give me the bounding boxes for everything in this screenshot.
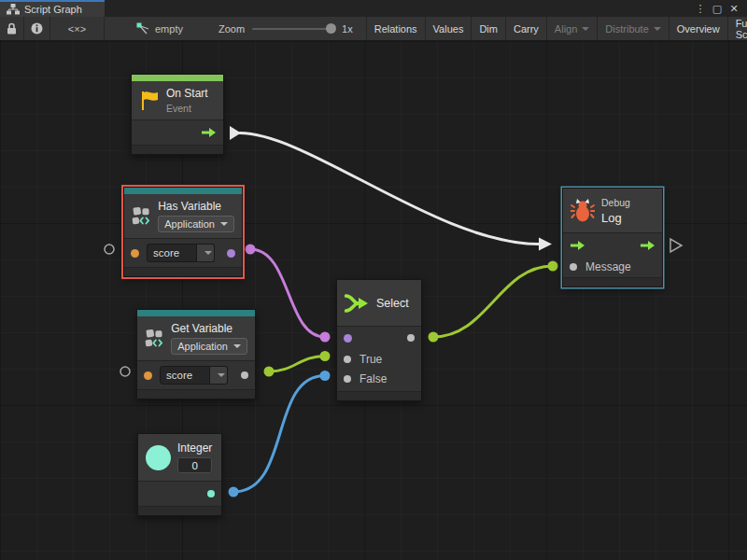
fullscreen-button[interactable]: Full Screen bbox=[728, 17, 747, 40]
value-input-port[interactable] bbox=[131, 249, 139, 258]
flag-icon bbox=[139, 90, 160, 112]
tab-script-graph[interactable]: Script Graph bbox=[0, 0, 105, 17]
flow-input-port[interactable] bbox=[570, 240, 585, 251]
dim-label: Dim bbox=[479, 23, 498, 35]
node-title: Log bbox=[601, 211, 630, 225]
value-input-port[interactable] bbox=[144, 371, 152, 380]
close-icon[interactable]: ✕ bbox=[726, 1, 741, 16]
scope-dropdown[interactable]: Application bbox=[171, 338, 247, 355]
info-icon bbox=[31, 22, 43, 35]
menu-kebab-icon[interactable]: ⋮ bbox=[693, 1, 708, 16]
node-title: Select bbox=[376, 297, 409, 310]
unconnected-port-ring[interactable] bbox=[120, 367, 130, 376]
wire-hasvariable-to-select[interactable] bbox=[250, 249, 325, 337]
node-header: Has Variable Application bbox=[124, 194, 242, 239]
distribute-button[interactable]: Distribute bbox=[598, 17, 669, 40]
variable-name-dropdown-button[interactable] bbox=[197, 244, 215, 262]
script-graph-window: Script Graph ⋮ ▢ ✕ <×> bbox=[0, 0, 747, 560]
node-get-variable[interactable]: Get Variable Application score bbox=[136, 309, 256, 399]
window-controls: ⋮ ▢ ✕ bbox=[693, 0, 747, 17]
tab-label: Script Graph bbox=[24, 4, 82, 15]
flow-output-port[interactable] bbox=[201, 127, 217, 138]
zoom-control: Zoom 1x bbox=[218, 17, 353, 40]
chevron-down-icon bbox=[233, 344, 241, 348]
zoom-value: 1x bbox=[342, 23, 353, 35]
variable-name-input[interactable]: score bbox=[160, 366, 210, 385]
variable-name-dropdown-button[interactable] bbox=[210, 366, 228, 385]
scope-dropdown[interactable]: Application bbox=[158, 216, 234, 232]
wire-onstart-to-log[interactable] bbox=[240, 133, 539, 245]
lock-button[interactable] bbox=[0, 17, 24, 40]
info-button[interactable] bbox=[24, 17, 50, 40]
align-button[interactable]: Align bbox=[547, 17, 598, 40]
node-integer[interactable]: Integer 0 bbox=[137, 433, 222, 516]
variables-icon bbox=[132, 205, 151, 228]
zoom-slider[interactable] bbox=[252, 28, 334, 30]
connection-label: empty bbox=[155, 23, 183, 35]
graph-canvas[interactable]: On Start Event bbox=[0, 41, 747, 560]
false-input-port[interactable] bbox=[344, 375, 351, 383]
node-port-row: False bbox=[337, 369, 421, 388]
select-merge-icon bbox=[345, 293, 370, 314]
node-header: Select bbox=[337, 280, 421, 327]
integer-value-input[interactable]: 0 bbox=[177, 457, 212, 473]
bool-output-port[interactable] bbox=[227, 249, 235, 258]
node-header: Integer 0 bbox=[138, 434, 221, 482]
maximize-icon[interactable]: ▢ bbox=[710, 1, 725, 16]
node-has-variable[interactable]: Has Variable Application score bbox=[123, 187, 243, 277]
carry-button[interactable]: Carry bbox=[506, 17, 547, 40]
dim-button[interactable]: Dim bbox=[472, 17, 506, 40]
zoom-slider-knob[interactable] bbox=[326, 23, 336, 34]
relations-button[interactable]: Relations bbox=[366, 17, 426, 40]
unconnected-flow-triangle[interactable] bbox=[670, 239, 682, 252]
condition-input-port[interactable] bbox=[344, 334, 352, 343]
unconnected-port-ring[interactable] bbox=[105, 245, 114, 254]
chevron-down-icon bbox=[218, 373, 225, 377]
node-port-row bbox=[132, 120, 223, 145]
lock-icon bbox=[7, 22, 17, 35]
values-button[interactable]: Values bbox=[426, 17, 472, 40]
wire-endpoint[interactable] bbox=[320, 371, 331, 381]
title-bar: Script Graph ⋮ ▢ ✕ bbox=[0, 0, 747, 17]
true-port-label: True bbox=[359, 353, 382, 366]
node-header: On Start Event bbox=[132, 81, 223, 120]
value-output-port[interactable] bbox=[241, 371, 248, 379]
connection-indicator: empty bbox=[127, 17, 192, 40]
code-view-button[interactable]: <×> bbox=[50, 17, 105, 40]
code-icon: <×> bbox=[68, 23, 86, 35]
wire-getvariable-to-select-true[interactable] bbox=[269, 357, 325, 372]
int-output-port[interactable] bbox=[207, 490, 215, 497]
wire-end-arrowhead[interactable] bbox=[539, 238, 552, 251]
selection-output-port[interactable] bbox=[407, 334, 415, 342]
true-input-port[interactable] bbox=[344, 356, 351, 363]
fullscreen-label: Full Screen bbox=[736, 18, 747, 40]
titlebar-spacer bbox=[105, 0, 693, 17]
message-input-port[interactable] bbox=[570, 263, 577, 271]
variable-colorbar bbox=[124, 188, 242, 194]
node-on-start[interactable]: On Start Event bbox=[131, 74, 224, 155]
node-debug-log[interactable]: Debug Log Message bbox=[562, 188, 663, 287]
node-select[interactable]: Select True False bbox=[336, 279, 422, 401]
node-footer bbox=[137, 389, 255, 399]
bug-icon bbox=[571, 198, 595, 223]
node-footer bbox=[563, 277, 662, 287]
zoom-label: Zoom bbox=[218, 23, 245, 35]
graph-icon bbox=[7, 4, 20, 15]
node-title: On Start bbox=[166, 87, 208, 100]
overview-button[interactable]: Overview bbox=[669, 17, 728, 40]
variable-name-input[interactable]: score bbox=[147, 244, 197, 262]
integer-icon bbox=[146, 445, 171, 470]
wire-endpoint[interactable] bbox=[320, 351, 331, 361]
wire-endpoint[interactable] bbox=[548, 261, 558, 272]
wire-select-to-log-message[interactable] bbox=[433, 266, 553, 337]
message-port-label: Message bbox=[585, 260, 631, 273]
flow-output-port[interactable] bbox=[640, 240, 655, 251]
node-header: Debug Log bbox=[563, 189, 662, 233]
node-footer bbox=[124, 267, 242, 276]
variable-name-field[interactable]: score bbox=[147, 244, 215, 262]
node-title: Get Variable bbox=[171, 322, 247, 335]
node-port-row: True bbox=[337, 349, 421, 369]
node-title: Integer bbox=[177, 441, 212, 455]
wire-endpoint[interactable] bbox=[320, 332, 331, 343]
variable-name-field[interactable]: score bbox=[160, 366, 228, 385]
